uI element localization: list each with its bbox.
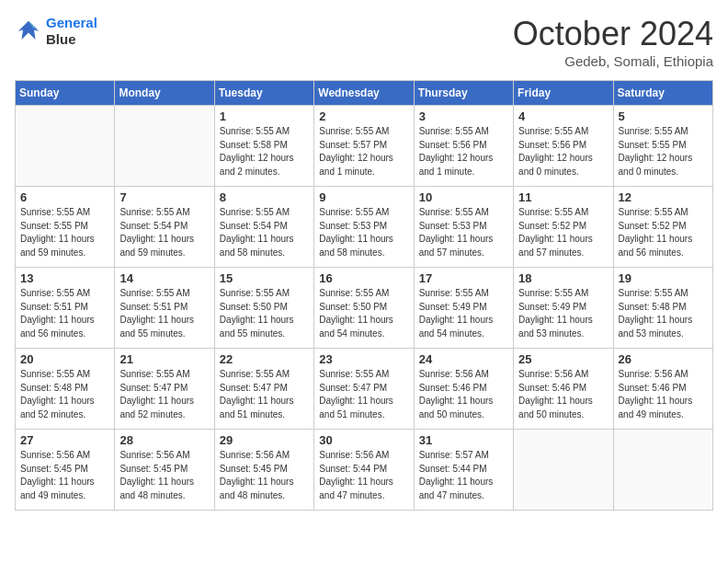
day-info: Sunrise: 5:55 AMSunset: 5:48 PMDaylight:…: [619, 287, 708, 340]
day-header-thursday: Thursday: [414, 81, 513, 106]
calendar-cell: 19Sunrise: 5:55 AMSunset: 5:48 PMDayligh…: [613, 268, 712, 349]
day-info: Sunrise: 5:55 AMSunset: 5:50 PMDaylight:…: [220, 287, 309, 340]
calendar-cell: 22Sunrise: 5:55 AMSunset: 5:47 PMDayligh…: [214, 349, 313, 430]
day-number: 11: [518, 190, 608, 204]
week-row-1: 1Sunrise: 5:55 AMSunset: 5:58 PMDaylight…: [16, 106, 713, 187]
day-header-saturday: Saturday: [613, 81, 712, 106]
calendar-cell: 5Sunrise: 5:55 AMSunset: 5:55 PMDaylight…: [613, 106, 712, 187]
day-number: 30: [319, 433, 408, 447]
week-row-2: 6Sunrise: 5:55 AMSunset: 5:55 PMDaylight…: [16, 187, 713, 268]
day-number: 21: [119, 352, 209, 366]
day-number: 5: [619, 109, 708, 123]
calendar-cell: 13Sunrise: 5:55 AMSunset: 5:51 PMDayligh…: [16, 268, 115, 349]
logo-line1: General: [46, 15, 97, 30]
day-header-monday: Monday: [115, 81, 214, 106]
calendar-cell: 23Sunrise: 5:55 AMSunset: 5:47 PMDayligh…: [314, 349, 414, 430]
week-row-4: 20Sunrise: 5:55 AMSunset: 5:48 PMDayligh…: [16, 349, 713, 430]
calendar-cell: 3Sunrise: 5:55 AMSunset: 5:56 PMDaylight…: [414, 106, 513, 187]
day-header-sunday: Sunday: [16, 81, 115, 106]
calendar-cell: 21Sunrise: 5:55 AMSunset: 5:47 PMDayligh…: [115, 349, 214, 430]
day-number: 18: [518, 271, 608, 285]
day-number: 6: [20, 190, 109, 204]
day-info: Sunrise: 5:55 AMSunset: 5:51 PMDaylight:…: [20, 287, 109, 340]
calendar-cell: 6Sunrise: 5:55 AMSunset: 5:55 PMDaylight…: [16, 187, 115, 268]
day-number: 13: [20, 271, 109, 285]
calendar-cell: 16Sunrise: 5:55 AMSunset: 5:50 PMDayligh…: [314, 268, 414, 349]
day-info: Sunrise: 5:56 AMSunset: 5:46 PMDaylight:…: [518, 368, 608, 421]
day-info: Sunrise: 5:55 AMSunset: 5:56 PMDaylight:…: [518, 125, 608, 178]
calendar-cell: 8Sunrise: 5:55 AMSunset: 5:54 PMDaylight…: [214, 187, 313, 268]
calendar-cell: 29Sunrise: 5:56 AMSunset: 5:45 PMDayligh…: [214, 430, 313, 511]
day-info: Sunrise: 5:55 AMSunset: 5:53 PMDaylight:…: [419, 206, 508, 259]
day-info: Sunrise: 5:56 AMSunset: 5:45 PMDaylight:…: [220, 449, 309, 502]
calendar-cell: 15Sunrise: 5:55 AMSunset: 5:50 PMDayligh…: [214, 268, 313, 349]
logo-line2: Blue: [46, 31, 97, 48]
logo-icon: [15, 17, 42, 45]
day-info: Sunrise: 5:55 AMSunset: 5:52 PMDaylight:…: [619, 206, 708, 259]
day-info: Sunrise: 5:55 AMSunset: 5:54 PMDaylight:…: [119, 206, 209, 259]
day-info: Sunrise: 5:55 AMSunset: 5:51 PMDaylight:…: [119, 287, 209, 340]
calendar-cell: 27Sunrise: 5:56 AMSunset: 5:45 PMDayligh…: [16, 430, 115, 511]
day-info: Sunrise: 5:55 AMSunset: 5:47 PMDaylight:…: [119, 368, 209, 421]
day-number: 23: [319, 352, 408, 366]
calendar-cell: 17Sunrise: 5:55 AMSunset: 5:49 PMDayligh…: [414, 268, 513, 349]
calendar-cell: 25Sunrise: 5:56 AMSunset: 5:46 PMDayligh…: [514, 349, 613, 430]
calendar-cell: 10Sunrise: 5:55 AMSunset: 5:53 PMDayligh…: [414, 187, 513, 268]
calendar: SundayMondayTuesdayWednesdayThursdayFrid…: [15, 80, 713, 511]
title-section: October 2024 Gedeb, Somali, Ethiopia: [513, 15, 713, 69]
calendar-cell: 20Sunrise: 5:55 AMSunset: 5:48 PMDayligh…: [16, 349, 115, 430]
day-info: Sunrise: 5:55 AMSunset: 5:58 PMDaylight:…: [220, 125, 309, 178]
calendar-cell: 1Sunrise: 5:55 AMSunset: 5:58 PMDaylight…: [214, 106, 313, 187]
day-info: Sunrise: 5:56 AMSunset: 5:45 PMDaylight:…: [119, 449, 209, 502]
day-number: 26: [619, 352, 708, 366]
day-number: 27: [20, 433, 109, 447]
calendar-cell: 2Sunrise: 5:55 AMSunset: 5:57 PMDaylight…: [314, 106, 414, 187]
day-number: 4: [518, 109, 608, 123]
calendar-cell: [514, 430, 613, 511]
calendar-cell: 30Sunrise: 5:56 AMSunset: 5:44 PMDayligh…: [314, 430, 414, 511]
calendar-cell: 28Sunrise: 5:56 AMSunset: 5:45 PMDayligh…: [115, 430, 214, 511]
day-number: 15: [220, 271, 309, 285]
week-row-3: 13Sunrise: 5:55 AMSunset: 5:51 PMDayligh…: [16, 268, 713, 349]
day-info: Sunrise: 5:55 AMSunset: 5:49 PMDaylight:…: [518, 287, 608, 340]
logo: General Blue: [15, 15, 97, 48]
calendar-cell: 4Sunrise: 5:55 AMSunset: 5:56 PMDaylight…: [514, 106, 613, 187]
day-info: Sunrise: 5:55 AMSunset: 5:55 PMDaylight:…: [20, 206, 109, 259]
day-info: Sunrise: 5:55 AMSunset: 5:47 PMDaylight:…: [220, 368, 309, 421]
calendar-cell: 9Sunrise: 5:55 AMSunset: 5:53 PMDaylight…: [314, 187, 414, 268]
day-info: Sunrise: 5:56 AMSunset: 5:46 PMDaylight:…: [619, 368, 708, 421]
page-header: General Blue October 2024 Gedeb, Somali,…: [15, 15, 713, 69]
location: Gedeb, Somali, Ethiopia: [513, 53, 713, 69]
day-number: 19: [619, 271, 708, 285]
day-number: 1: [220, 109, 309, 123]
week-row-5: 27Sunrise: 5:56 AMSunset: 5:45 PMDayligh…: [16, 430, 713, 511]
day-header-wednesday: Wednesday: [314, 81, 414, 106]
svg-marker-0: [18, 21, 40, 40]
day-number: 31: [419, 433, 508, 447]
calendar-cell: 12Sunrise: 5:55 AMSunset: 5:52 PMDayligh…: [613, 187, 712, 268]
day-info: Sunrise: 5:55 AMSunset: 5:53 PMDaylight:…: [319, 206, 408, 259]
day-info: Sunrise: 5:55 AMSunset: 5:52 PMDaylight:…: [518, 206, 608, 259]
day-number: 28: [119, 433, 209, 447]
calendar-cell: 7Sunrise: 5:55 AMSunset: 5:54 PMDaylight…: [115, 187, 214, 268]
day-info: Sunrise: 5:57 AMSunset: 5:44 PMDaylight:…: [419, 449, 508, 502]
day-info: Sunrise: 5:55 AMSunset: 5:49 PMDaylight:…: [419, 287, 508, 340]
day-info: Sunrise: 5:56 AMSunset: 5:44 PMDaylight:…: [319, 449, 408, 502]
day-info: Sunrise: 5:55 AMSunset: 5:55 PMDaylight:…: [619, 125, 708, 178]
day-header-friday: Friday: [514, 81, 613, 106]
day-number: 12: [619, 190, 708, 204]
day-header-tuesday: Tuesday: [214, 81, 313, 106]
day-number: 24: [419, 352, 508, 366]
day-number: 3: [419, 109, 508, 123]
day-info: Sunrise: 5:55 AMSunset: 5:48 PMDaylight:…: [20, 368, 109, 421]
calendar-cell: [16, 106, 115, 187]
day-number: 29: [220, 433, 309, 447]
day-number: 10: [419, 190, 508, 204]
calendar-cell: 24Sunrise: 5:56 AMSunset: 5:46 PMDayligh…: [414, 349, 513, 430]
calendar-header-row: SundayMondayTuesdayWednesdayThursdayFrid…: [16, 81, 713, 106]
day-number: 20: [20, 352, 109, 366]
day-info: Sunrise: 5:56 AMSunset: 5:46 PMDaylight:…: [419, 368, 508, 421]
day-number: 14: [119, 271, 209, 285]
day-info: Sunrise: 5:56 AMSunset: 5:45 PMDaylight:…: [20, 449, 109, 502]
month-title: October 2024: [513, 15, 713, 53]
